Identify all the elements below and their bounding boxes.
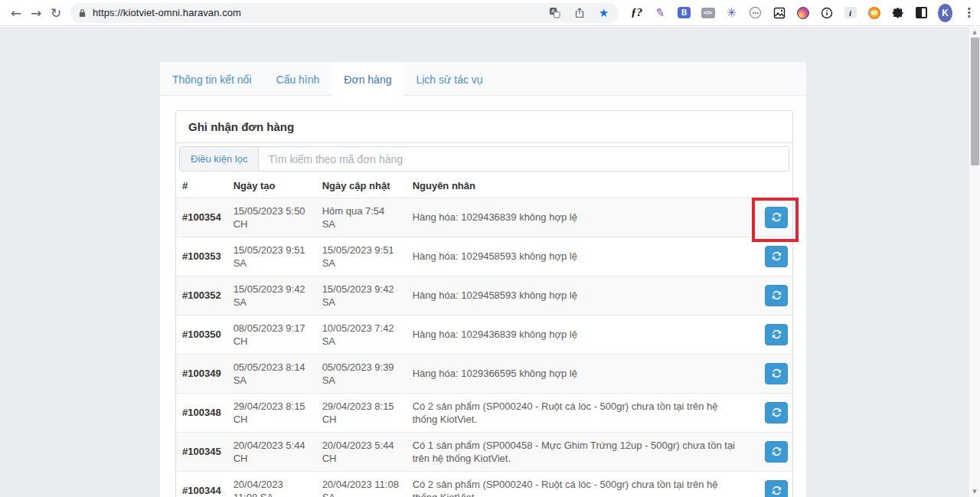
order-search-input[interactable] bbox=[259, 147, 789, 171]
resync-order-button[interactable] bbox=[765, 324, 788, 345]
header-reason: Nguyên nhân bbox=[407, 175, 751, 198]
italic-i-extension-icon[interactable]: i bbox=[843, 5, 858, 20]
order-id: #100353 bbox=[176, 237, 227, 276]
tag-extension-icon[interactable]: B bbox=[677, 5, 691, 20]
share-icon[interactable] bbox=[572, 5, 586, 20]
pen-extension-icon[interactable]: ✎ bbox=[652, 4, 668, 21]
order-created: 15/05/2023 5:50 CH bbox=[227, 198, 316, 237]
scroll-down-icon[interactable]: ▼ bbox=[969, 489, 980, 495]
page-content: Thông tin kết nối Cấu hình Đơn hàng Lịch… bbox=[0, 27, 980, 497]
order-id: #100349 bbox=[176, 354, 227, 393]
resync-order-button[interactable] bbox=[765, 480, 788, 497]
order-created: 08/05/2023 9:17 CH bbox=[227, 315, 316, 354]
italic-i-letter: i bbox=[844, 7, 857, 18]
address-bar[interactable]: https://kiotviet-omni.haravan.com A ★ bbox=[70, 3, 619, 23]
header-updated: Ngày cập nhật bbox=[316, 175, 407, 198]
order-reason: Hàng hóa: 1029436839 không hợp lệ bbox=[407, 315, 751, 354]
image-extension-icon[interactable] bbox=[772, 5, 786, 20]
panel-title: Ghi nhận đơn hàng bbox=[176, 111, 792, 143]
order-created: 20/04/2023 11:08 SA bbox=[227, 471, 316, 497]
tab-thong-tin-ket-noi[interactable]: Thông tin kết nối bbox=[160, 62, 264, 96]
browser-toolbar: ← → ↻ https://kiotviet-omni.haravan.com … bbox=[0, 0, 980, 26]
back-icon[interactable]: ← bbox=[6, 3, 26, 23]
side-panel-icon[interactable] bbox=[914, 5, 929, 20]
table-row: #100350 08/05/2023 9:17 CH 10/05/2023 7:… bbox=[176, 315, 792, 354]
header-created: Ngày tạo bbox=[227, 175, 316, 198]
tab-don-hang[interactable]: Đơn hàng bbox=[332, 62, 403, 96]
bookmark-star-icon[interactable]: ★ bbox=[596, 5, 611, 20]
resync-order-button[interactable] bbox=[765, 441, 788, 463]
camera-extension-icon[interactable] bbox=[795, 5, 810, 20]
order-updated: 20/04/2023 11:08 SA bbox=[316, 471, 407, 497]
orders-panel: Ghi nhận đơn hàng Điều kiện lọc # Ngày t… bbox=[175, 110, 793, 497]
order-updated: 29/04/2023 8:15 CH bbox=[316, 393, 407, 432]
table-row: #100344 20/04/2023 11:08 SA 20/04/2023 1… bbox=[176, 471, 792, 497]
url-text[interactable]: https://kiotviet-omni.haravan.com bbox=[93, 7, 541, 18]
order-updated: 10/05/2023 7:42 SA bbox=[316, 315, 407, 354]
table-header-row: # Ngày tạo Ngày cập nhật Nguyên nhân bbox=[176, 175, 792, 198]
info-extension-icon[interactable] bbox=[819, 5, 834, 20]
order-updated: 20/04/2023 5:44 CH bbox=[316, 432, 407, 471]
tag-letter: B bbox=[678, 7, 691, 18]
tab-lich-su-tac-vu[interactable]: Lịch sử tác vụ bbox=[403, 62, 495, 96]
search-group: Điều kiện lọc bbox=[179, 146, 789, 172]
burst-letters: SO bbox=[868, 7, 880, 19]
order-reason: Có 2 sản phẩm (SP000240 - Ruột cá lóc - … bbox=[407, 471, 751, 497]
order-created: 20/04/2023 5:44 CH bbox=[227, 432, 316, 471]
orders-table: # Ngày tạo Ngày cập nhật Nguyên nhân #10… bbox=[176, 175, 792, 497]
header-id: # bbox=[176, 175, 227, 198]
order-id: #100352 bbox=[176, 276, 227, 315]
order-reason: Hàng hóa: 1029458593 không hợp lệ bbox=[407, 276, 751, 315]
scrollbar-thumb[interactable] bbox=[971, 38, 979, 165]
order-updated: 15/05/2023 9:51 SA bbox=[316, 237, 407, 276]
browser-menu-icon[interactable]: ⋮ bbox=[962, 5, 976, 20]
order-updated: 05/05/2023 9:39 SA bbox=[316, 354, 407, 393]
asterisk-extension-icon[interactable]: ✳ bbox=[724, 5, 739, 20]
order-created: 15/05/2023 9:51 SA bbox=[227, 237, 316, 276]
table-row: #100353 15/05/2023 9:51 SA 15/05/2023 9:… bbox=[176, 237, 792, 276]
resync-order-button[interactable] bbox=[765, 207, 788, 228]
table-row: #100354 15/05/2023 5:50 CH Hôm qua 7:54 … bbox=[176, 198, 792, 237]
code-extension-icon[interactable]: </> bbox=[701, 5, 715, 20]
order-reason: Có 1 sản phẩm (SP000458 - Mực Ghim Trứng… bbox=[407, 432, 751, 471]
circle-dots-extension-icon[interactable] bbox=[748, 5, 763, 20]
order-updated: Hôm qua 7:54 SA bbox=[316, 198, 407, 237]
resync-order-button[interactable] bbox=[765, 402, 788, 423]
reload-icon[interactable]: ↻ bbox=[46, 3, 66, 23]
burst-extension-icon[interactable]: SO bbox=[867, 5, 881, 20]
order-id: #100354 bbox=[176, 198, 227, 237]
page-scrollbar[interactable]: ▲ ▼ bbox=[969, 27, 980, 497]
tab-content-card: Ghi nhận đơn hàng Điều kiện lọc # Ngày t… bbox=[160, 96, 806, 497]
profile-avatar[interactable]: K bbox=[938, 5, 952, 20]
translate-icon[interactable]: A bbox=[547, 5, 562, 20]
table-row: #100352 15/05/2023 9:42 SA 15/05/2023 9:… bbox=[176, 276, 792, 315]
tab-bar: Thông tin kết nối Cấu hình Đơn hàng Lịch… bbox=[160, 62, 806, 96]
order-created: 15/05/2023 9:42 SA bbox=[227, 276, 316, 315]
order-id: #100344 bbox=[176, 471, 227, 497]
header-action bbox=[751, 175, 792, 198]
order-updated: 15/05/2023 9:42 SA bbox=[316, 276, 407, 315]
filter-row: Điều kiện lọc bbox=[176, 143, 792, 175]
screen: ← → ↻ https://kiotviet-omni.haravan.com … bbox=[0, 0, 980, 497]
order-id: #100345 bbox=[176, 432, 227, 471]
resync-order-button[interactable] bbox=[765, 363, 788, 384]
code-letter: </> bbox=[701, 8, 715, 18]
resync-order-button[interactable] bbox=[765, 285, 788, 306]
forward-icon[interactable]: → bbox=[26, 3, 46, 23]
avatar-letter: K bbox=[938, 4, 952, 22]
resync-order-button[interactable] bbox=[765, 246, 788, 267]
order-reason: Hàng hóa: 1029436839 không hợp lệ bbox=[407, 198, 751, 237]
table-row: #100349 05/05/2023 8:14 SA 05/05/2023 9:… bbox=[176, 354, 792, 393]
table-row: #100348 29/04/2023 8:15 CH 29/04/2023 8:… bbox=[176, 393, 792, 432]
order-reason: Hàng hóa: 1029458593 không hợp lệ bbox=[407, 237, 751, 276]
function-extension-icon[interactable]: ƒ? bbox=[629, 5, 644, 20]
scroll-up-icon[interactable]: ▲ bbox=[969, 29, 980, 35]
order-id: #100348 bbox=[176, 393, 227, 432]
order-reason: Hàng hóa: 1029366595 không hợp lệ bbox=[407, 354, 751, 393]
order-created: 29/04/2023 8:15 CH bbox=[227, 393, 316, 432]
filter-condition-button[interactable]: Điều kiện lọc bbox=[180, 147, 259, 171]
tab-cau-hinh[interactable]: Cấu hình bbox=[264, 62, 332, 96]
extensions-row: ƒ? ✎ B </> ✳ i SO K ⋮ bbox=[629, 5, 976, 20]
lock-icon bbox=[78, 8, 87, 18]
extensions-puzzle-icon[interactable] bbox=[890, 5, 905, 20]
